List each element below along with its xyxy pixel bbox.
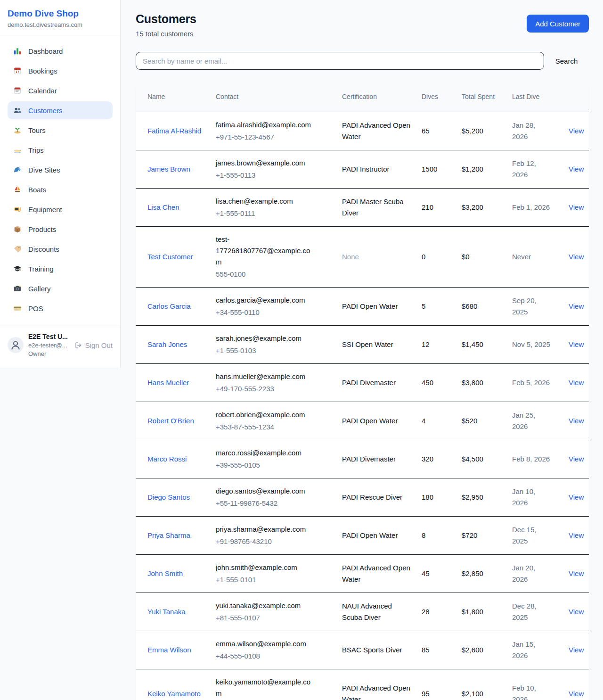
customer-last-dive: Feb 10, 2026	[507, 669, 557, 700]
sign-out-icon	[74, 341, 82, 349]
view-customer-link[interactable]: View	[569, 165, 584, 173]
view-customer-link[interactable]: View	[569, 608, 584, 616]
customer-name-link[interactable]: Lisa Chen	[147, 203, 179, 211]
customer-name-link[interactable]: Diego Santos	[147, 493, 190, 501]
view-customer-link[interactable]: View	[569, 531, 584, 539]
view-customer-link[interactable]: View	[569, 690, 584, 698]
tours-icon	[13, 126, 22, 134]
customer-name-link[interactable]: Robert O'Brien	[147, 417, 194, 425]
customer-count: 15 total customers	[136, 30, 196, 38]
customer-email: emma.wilson@example.com	[216, 638, 315, 650]
customer-certification: PADI Open Water	[342, 417, 398, 425]
sidebar-item-dashboard[interactable]: Dashboard	[8, 42, 113, 60]
view-customer-link[interactable]: View	[569, 493, 584, 501]
customer-certification: PADI Instructor	[342, 165, 390, 173]
sidebar-item-label: Bookings	[28, 67, 57, 75]
customer-email: test-1772681807767@example.com	[216, 234, 315, 268]
sidebar-item-label: Boats	[28, 186, 46, 194]
customer-name-link[interactable]: Priya Sharma	[147, 531, 190, 539]
sidebar-item-tours[interactable]: Tours	[8, 121, 113, 139]
customer-certification: PADI Rescue Diver	[342, 493, 402, 501]
table-row: Keiko Yamamotokeiko.yamamoto@example.com…	[136, 669, 589, 700]
table-row: Diego Santosdiego.santos@example.com+55-…	[136, 478, 589, 516]
user-name: E2E Test U...	[28, 333, 68, 340]
view-customer-link[interactable]: View	[569, 417, 584, 425]
view-customer-link[interactable]: View	[569, 646, 584, 654]
customer-name-link[interactable]: Fatima Al-Rashid	[147, 127, 201, 135]
customer-certification: PADI Divemaster	[342, 455, 396, 463]
sidebar-item-trips[interactable]: Trips	[8, 141, 113, 159]
customer-certification: BSAC Sports Diver	[342, 646, 402, 654]
table-row: Marco Rossimarco.rossi@example.com+39-55…	[136, 440, 589, 478]
customer-phone: +1-555-0111	[216, 208, 315, 219]
sidebar-item-dive-sites[interactable]: Dive Sites	[8, 161, 113, 179]
view-customer-link[interactable]: View	[569, 379, 584, 387]
customer-name-link[interactable]: James Brown	[147, 165, 190, 173]
shop-domain: demo.test.divestreams.com	[8, 21, 113, 28]
sidebar-item-pos[interactable]: POS	[8, 299, 113, 317]
customer-phone: +91-98765-43210	[216, 536, 315, 547]
view-customer-link[interactable]: View	[569, 253, 584, 261]
sign-out-label: Sign Out	[85, 341, 113, 349]
view-customer-link[interactable]: View	[569, 203, 584, 211]
sidebar-item-gallery[interactable]: Gallery	[8, 280, 113, 297]
column-header-contact: Contact	[211, 82, 337, 112]
sidebar-item-discounts[interactable]: Discounts	[8, 240, 113, 258]
customer-phone: +1-555-0103	[216, 345, 315, 356]
customer-name-link[interactable]: Marco Rossi	[147, 455, 187, 463]
customer-certification: PADI Advanced Open Water	[342, 564, 410, 583]
customer-dives: 65	[417, 112, 457, 150]
add-customer-button[interactable]: Add Customer	[527, 15, 589, 33]
customer-email: priya.sharma@example.com	[216, 524, 315, 535]
customer-name-link[interactable]: Sarah Jones	[147, 340, 187, 348]
shop-name: Demo Dive Shop	[8, 8, 113, 19]
view-customer-link[interactable]: View	[569, 455, 584, 463]
search-button[interactable]: Search	[544, 57, 589, 65]
customer-name-link[interactable]: Test Customer	[147, 253, 193, 261]
customer-name-link[interactable]: Hans Mueller	[147, 379, 189, 387]
sidebar-item-products[interactable]: Products	[8, 220, 113, 238]
equipment-icon	[13, 205, 22, 214]
customer-email: sarah.jones@example.com	[216, 333, 315, 344]
view-customer-link[interactable]: View	[569, 127, 584, 135]
sidebar-item-equipment[interactable]: Equipment	[8, 200, 113, 218]
customer-phone: +34-555-0110	[216, 307, 315, 318]
column-header-dives: Dives	[417, 82, 457, 112]
sidebar-item-label: Calendar	[28, 87, 57, 95]
customer-dives: 180	[417, 478, 457, 516]
customer-name-link[interactable]: Yuki Tanaka	[147, 608, 186, 616]
view-customer-link[interactable]: View	[569, 569, 584, 577]
sidebar-item-customers[interactable]: Customers	[8, 101, 113, 119]
sidebar-item-training[interactable]: Training	[8, 260, 113, 278]
customer-total-spent: $2,100	[457, 669, 507, 700]
page-title-block: Customers 15 total customers	[136, 12, 196, 38]
customer-total-spent: $1,200	[457, 150, 507, 188]
sidebar-item-calendar[interactable]: Calendar	[8, 82, 113, 99]
customer-phone: +971-55-123-4567	[216, 132, 315, 143]
main-content: Customers 15 total customers Add Custome…	[136, 0, 589, 700]
sidebar-item-label: Dashboard	[28, 47, 63, 55]
page-title: Customers	[136, 12, 196, 26]
customer-phone: +1-555-0113	[216, 170, 315, 181]
column-header-last-dive: Last Dive	[507, 82, 557, 112]
training-icon	[13, 264, 22, 273]
view-customer-link[interactable]: View	[569, 302, 584, 310]
customer-dives: 320	[417, 440, 457, 478]
customer-total-spent: $3,800	[457, 363, 507, 402]
customer-certification: PADI Open Water	[342, 531, 398, 539]
customer-name-link[interactable]: Emma Wilson	[147, 646, 191, 654]
sidebar-item-label: Trips	[28, 146, 44, 154]
view-customer-link[interactable]: View	[569, 340, 584, 348]
customer-certification: PADI Open Water	[342, 302, 398, 310]
sidebar-item-boats[interactable]: Boats	[8, 181, 113, 198]
search-input[interactable]	[136, 52, 544, 70]
customer-name-link[interactable]: John Smith	[147, 569, 183, 577]
sidebar-item-bookings[interactable]: 17Bookings	[8, 62, 113, 80]
customer-phone: +49-170-555-2233	[216, 383, 315, 395]
customer-email: john.smith@example.com	[216, 562, 315, 573]
sign-out-button[interactable]: Sign Out	[74, 341, 113, 349]
products-icon	[13, 225, 22, 233]
customer-email: keiko.yamamoto@example.com	[216, 676, 315, 699]
customer-name-link[interactable]: Keiko Yamamoto	[147, 690, 201, 698]
customer-name-link[interactable]: Carlos Garcia	[147, 302, 191, 310]
